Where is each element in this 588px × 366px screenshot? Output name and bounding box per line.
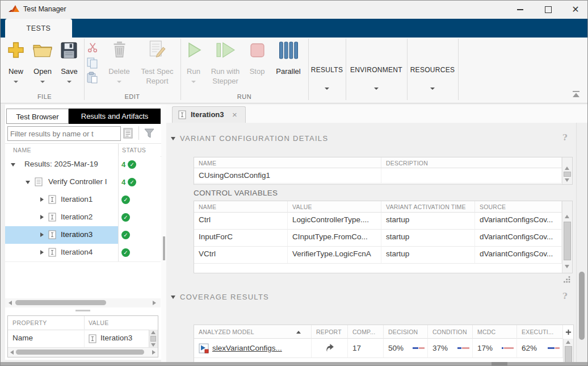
tree-row-iteration3-selected[interactable]: Iteration3 ✓ <box>5 226 161 244</box>
maximize-button[interactable] <box>539 1 558 19</box>
vertical-splitter-handle[interactable] <box>163 236 165 260</box>
variant-section-title[interactable]: VARIANT CONFIGURATION DETAILS <box>180 134 328 143</box>
scrollbar-thumb[interactable] <box>15 300 106 305</box>
resources-dropdown-caret[interactable] <box>430 88 435 90</box>
parallel-label[interactable]: Parallel <box>271 67 306 76</box>
collapse-ribbon-button[interactable] <box>572 90 581 100</box>
config-header-name[interactable]: NAME <box>194 157 381 168</box>
report-options-button[interactable] <box>120 126 135 140</box>
tree-horizontal-scrollbar[interactable] <box>5 298 161 307</box>
add-column-button[interactable] <box>563 325 573 339</box>
run-stepper-label-line2[interactable]: Stepper <box>203 77 248 86</box>
close-button[interactable]: ✕ <box>566 1 585 19</box>
run-with-stepper-button[interactable] <box>214 41 237 61</box>
section-collapse-icon[interactable] <box>171 296 175 299</box>
config-cell-description[interactable] <box>381 168 562 184</box>
cv-header-name[interactable]: NAME <box>194 201 288 213</box>
cov-header-complexity[interactable]: COMP... <box>348 325 384 339</box>
environment-menu-label[interactable]: ENVIRONMENT <box>346 66 407 74</box>
run-dropdown-caret[interactable] <box>191 81 196 83</box>
cv-table-scrollbar[interactable] <box>562 201 572 273</box>
expander-closed-icon[interactable] <box>40 197 44 202</box>
scroll-right-icon[interactable] <box>153 301 156 305</box>
cv-header-source[interactable]: SOURCE <box>475 201 562 213</box>
test-spec-label-line2[interactable]: Report <box>135 77 180 86</box>
cov-header-report[interactable]: REPORT <box>312 325 348 339</box>
tree-row-iteration1[interactable]: Iteration1 ✓ <box>5 191 161 209</box>
cv-cell[interactable]: Ctrl <box>194 213 288 230</box>
scroll-up-icon[interactable] <box>565 167 569 170</box>
tree-row-results[interactable]: Results: 2025-Mar-19 4 ✓ <box>5 156 161 174</box>
document-tab-iteration3[interactable]: Iteration3 × <box>172 106 246 123</box>
test-spec-label-line1[interactable]: Test Spec <box>135 67 180 76</box>
cv-cell[interactable]: dVariantConfigsCov... <box>475 213 562 230</box>
coverage-section-title[interactable]: COVERAGE RESULTS <box>180 293 269 301</box>
report-link-icon[interactable] <box>325 344 334 353</box>
scroll-down-icon[interactable] <box>565 265 569 268</box>
test-spec-report-button[interactable] <box>148 40 166 61</box>
property-vertical-scrollbar[interactable] <box>149 330 158 348</box>
cv-cell[interactable]: CInputType.FromCo... <box>288 230 381 247</box>
cov-header-condition[interactable]: CONDITION <box>428 325 473 339</box>
property-row-name[interactable]: Name Iteration3 <box>8 330 149 348</box>
scroll-up-icon[interactable] <box>566 340 570 344</box>
expander-closed-icon[interactable] <box>40 232 44 237</box>
save-dropdown-caret[interactable] <box>67 81 72 83</box>
cv-cell[interactable]: LogicControllerType.... <box>288 213 381 230</box>
parallel-button[interactable] <box>278 41 299 62</box>
tab-results-and-artifacts[interactable]: Results and Artifacts <box>69 109 161 124</box>
filter-button[interactable] <box>142 126 157 140</box>
cov-cell-complexity[interactable]: 17 <box>348 339 384 358</box>
cv-cell[interactable]: dVariantConfigsCov... <box>475 230 562 247</box>
paste-button[interactable] <box>86 72 98 86</box>
cv-cell[interactable]: VCtrl <box>194 247 288 264</box>
scrollbar-thumb[interactable] <box>564 172 571 177</box>
scroll-right-icon[interactable] <box>152 350 156 355</box>
help-icon[interactable]: ? <box>562 132 568 143</box>
cov-cell-mcdc[interactable]: 17% <box>473 339 517 358</box>
sort-ascending-icon[interactable] <box>296 331 301 334</box>
scroll-down-icon[interactable] <box>565 178 569 182</box>
coverage-table-scrollbar[interactable] <box>563 339 573 363</box>
cov-cell-execution[interactable]: 62% <box>517 339 563 358</box>
tab-test-browser[interactable]: Test Browser <box>6 109 69 124</box>
scroll-up-icon[interactable] <box>565 215 569 218</box>
tree-row-iteration4[interactable]: Iteration4 ✓ <box>5 244 161 262</box>
expander-open-icon[interactable] <box>26 181 30 184</box>
cv-cell[interactable]: dVariantConfigsCov... <box>475 247 562 264</box>
scroll-left-icon[interactable] <box>9 301 12 305</box>
cv-cell[interactable]: startup <box>381 230 475 247</box>
filter-results-input[interactable] <box>7 126 121 141</box>
scrollbar-thumb[interactable] <box>492 362 507 365</box>
results-dropdown-caret[interactable] <box>325 88 329 90</box>
cov-header-analyzed-model[interactable]: ANALYZED MODEL <box>194 325 312 339</box>
cov-cell-condition[interactable]: 37% <box>428 339 473 358</box>
run-stepper-label-line1[interactable]: Run with <box>203 67 248 76</box>
config-table-scrollbar[interactable] <box>562 157 572 184</box>
tree-row-iteration2[interactable]: Iteration2 ✓ <box>5 209 161 227</box>
scroll-up-icon[interactable] <box>151 331 156 334</box>
expander-open-icon[interactable] <box>11 163 15 167</box>
save-label[interactable]: Save <box>54 67 85 76</box>
cv-header-value[interactable]: VALUE <box>288 201 381 213</box>
cv-cell[interactable]: VerifierType.LogicFcnA <box>288 247 381 264</box>
resize-grip-icon[interactable] <box>562 275 571 284</box>
help-icon[interactable]: ? <box>562 291 568 301</box>
expander-closed-icon[interactable] <box>40 250 44 255</box>
save-button[interactable] <box>61 42 77 61</box>
cov-cell-decision[interactable]: 50% <box>384 339 428 358</box>
run-button[interactable] <box>186 41 203 61</box>
cov-header-execution[interactable]: EXECUTI... <box>517 325 563 339</box>
delete-button[interactable] <box>112 41 127 60</box>
scrollbar-thumb[interactable] <box>579 272 585 340</box>
config-cell-name[interactable]: CUsingConstConfig1 <box>194 168 381 184</box>
scrollbar-thumb[interactable] <box>150 336 156 342</box>
cv-cell[interactable]: startup <box>381 247 475 264</box>
new-button[interactable] <box>7 41 24 61</box>
delete-dropdown-caret[interactable] <box>117 81 121 83</box>
open-dropdown-caret[interactable] <box>40 81 45 83</box>
copy-button[interactable] <box>86 57 98 71</box>
minimize-button[interactable] <box>510 1 530 19</box>
cv-cell[interactable]: InputForC <box>194 230 288 247</box>
ribbon-tab-tests[interactable]: TESTS <box>5 19 72 38</box>
